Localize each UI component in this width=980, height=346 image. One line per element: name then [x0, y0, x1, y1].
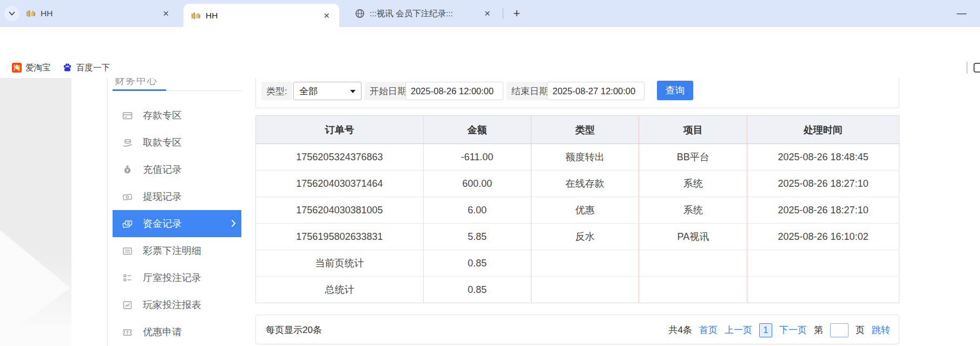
- jump-prefix-text: 第: [814, 324, 823, 336]
- cell-item: 系统: [639, 171, 747, 197]
- next-page-link[interactable]: 下一页: [779, 324, 807, 336]
- table-row: 1756195802633831 5.85 反水 PA视讯 2025-08-26…: [256, 224, 899, 250]
- column-header-order-no: 订单号: [256, 116, 424, 144]
- sidebar-item-label: 充值记录: [143, 163, 182, 176]
- recharge-bag-icon: [122, 165, 133, 175]
- window-minimize-button[interactable]: —: [953, 5, 970, 21]
- lottery-detail-icon: [122, 246, 133, 256]
- cell-amount: 5.85: [423, 224, 531, 250]
- tab-close-icon[interactable]: ×: [321, 10, 332, 22]
- watermark-triangle: [0, 230, 70, 341]
- bookmark-aitaobao[interactable]: 淘 爱淘宝: [12, 61, 51, 74]
- tab-strip: HH × HH × :::视讯 会员下注纪录::: × + —: [0, 0, 980, 27]
- bookmarks-bar: 淘 爱淘宝 百度一下: [0, 57, 980, 78]
- cell-time: [747, 250, 899, 277]
- cell-time: [747, 277, 899, 303]
- cell-amount: -611.00: [423, 144, 531, 171]
- jump-action-link[interactable]: 跳转: [872, 324, 890, 336]
- sidebar-item-label: 优惠申请: [143, 325, 182, 338]
- sidebar-item-funds-records[interactable]: 资金记录: [113, 210, 241, 237]
- baidu-paw-icon: [62, 63, 73, 73]
- column-header-item: 项目: [639, 116, 747, 144]
- search-button[interactable]: 查询: [657, 81, 693, 100]
- sidebar-item-label: 彩票下注明细: [143, 244, 201, 257]
- end-date-input[interactable]: [547, 82, 644, 100]
- sidebar-active-tab-underline: [113, 89, 166, 91]
- tab-divider: [503, 8, 503, 19]
- cell-item: [639, 250, 747, 277]
- bookmark-label: 爱淘宝: [25, 62, 51, 74]
- cell-type: 反水: [531, 224, 639, 250]
- tab-video-records[interactable]: :::视讯 会员下注纪录::: ×: [348, 0, 499, 27]
- sidebar-item-label: 存款专区: [143, 109, 182, 122]
- sidebar-item-label: 厅室投注记录: [143, 271, 201, 284]
- tab-close-icon[interactable]: ×: [482, 8, 492, 19]
- cell-time: 2025-08-26 18:27:10: [747, 197, 899, 224]
- start-date-input[interactable]: [405, 82, 503, 100]
- sidebar-item-promo-apply[interactable]: 优惠申请: [113, 318, 241, 345]
- table-row: 1756204030371464 600.00 在线存款 系统 2025-08-…: [256, 171, 899, 197]
- cell-order-no: 1756195802633831: [256, 224, 424, 250]
- sidebar-item-hall-bet-records[interactable]: 厅室投注记录: [113, 264, 241, 291]
- cell-type: 额度转出: [531, 144, 639, 171]
- table-row-total-stats: 总统计 0.85: [256, 277, 899, 303]
- globe-favicon: [355, 9, 365, 18]
- cell-amount: 0.85: [423, 277, 531, 303]
- sidebar-item-withdraw-zone[interactable]: 取款专区: [113, 129, 241, 156]
- sidebar-item-player-bet-report[interactable]: 玩家投注报表: [113, 291, 241, 318]
- gold-bars-favicon: [26, 9, 36, 18]
- cell-item: 系统: [639, 197, 747, 224]
- cell-order-no: 1756204030371464: [256, 171, 424, 197]
- sidebar-item-withdrawal-records[interactable]: 提现记录: [113, 183, 241, 210]
- column-header-time: 处理时间: [747, 116, 899, 144]
- sidebar-item-label: 资金记录: [143, 217, 182, 230]
- player-report-icon: [122, 300, 133, 310]
- table-row: 1756205324376863 -611.00 额度转出 BB平台 2025-…: [256, 144, 899, 171]
- tab-hh-2-active[interactable]: HH ×: [183, 4, 339, 27]
- first-page-link[interactable]: 首页: [699, 324, 718, 336]
- cell-amount: 6.00: [423, 197, 531, 224]
- page-left-margin: [0, 78, 71, 346]
- table-header-row: 订单号 金额 类型 项目 处理时间: [256, 116, 899, 144]
- tab-search-button[interactable]: [4, 6, 19, 21]
- prev-page-link[interactable]: 上一页: [725, 324, 752, 336]
- funds-records-table: 订单号 金额 类型 项目 处理时间 1756205324376863 -611.…: [255, 115, 899, 303]
- cell-type: 在线存款: [531, 171, 639, 197]
- bookmark-label: 百度一下: [76, 62, 110, 74]
- sidebar-item-recharge-records[interactable]: 充值记录: [113, 156, 241, 183]
- bookmarks-edge-divider: [966, 62, 968, 74]
- cell-stats-label: 总统计: [256, 277, 424, 303]
- table-row: 1756204030381005 6.00 优惠 系统 2025-08-26 1…: [256, 197, 899, 224]
- cell-time: 2025-08-26 18:27:10: [747, 171, 899, 197]
- sidebar-item-deposit-zone[interactable]: 存款专区: [113, 102, 241, 129]
- sidebar-item-label: 提现记录: [143, 190, 182, 203]
- current-page-indicator[interactable]: 1: [759, 323, 772, 337]
- jump-page-input[interactable]: [830, 323, 849, 337]
- sidebar-item-lottery-bet-detail[interactable]: 彩票下注明细: [113, 237, 241, 264]
- cell-order-no: 1756204030381005: [256, 197, 424, 224]
- tab-hh-1[interactable]: HH ×: [19, 0, 177, 27]
- select-arrow-icon: [350, 90, 356, 93]
- cell-order-no: 1756205324376863: [256, 144, 424, 171]
- cell-type: [531, 250, 639, 277]
- funds-record-icon: [122, 219, 133, 229]
- tab-title: HH: [206, 11, 218, 21]
- cell-type: 优惠: [531, 197, 639, 224]
- cell-item: [639, 277, 747, 303]
- cell-item: PA视讯: [639, 224, 747, 250]
- sidebar-item-label: 取款专区: [143, 136, 182, 149]
- browser-toolbar: ← → mgm1065.com/hhcp/usercenter.html?ini…: [0, 27, 980, 57]
- browser-window: HH × HH × :::视讯 会员下注纪录::: × + — ← →: [0, 0, 980, 346]
- cell-stats-label: 当前页统计: [256, 250, 424, 277]
- page-size-text: 每页显示20条: [266, 315, 322, 345]
- new-tab-button[interactable]: +: [509, 6, 524, 21]
- tab-title: :::视讯 会员下注纪录:::: [370, 8, 453, 19]
- tab-close-icon[interactable]: ×: [161, 8, 171, 19]
- sidebar-section-title: 财务中心: [115, 78, 158, 87]
- deposit-card-icon: [122, 110, 133, 121]
- type-select[interactable]: 全部: [293, 82, 361, 100]
- hall-bet-icon: [122, 273, 133, 283]
- taobao-icon: 淘: [12, 63, 22, 73]
- bookmark-baidu[interactable]: 百度一下: [62, 61, 110, 74]
- pagination-bar: 每页显示20条 共4条 首页 上一页 1 下一页 第 页 跳转: [255, 315, 899, 344]
